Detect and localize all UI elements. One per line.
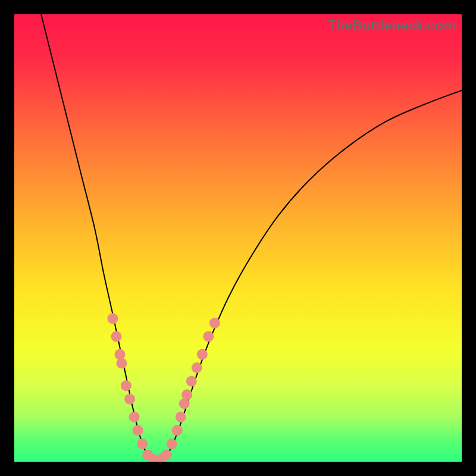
highlight-dot [111,331,121,342]
highlight-dot [114,349,125,360]
highlight-dot [203,331,214,342]
highlight-dot [172,425,183,436]
chart-container: TheBottleneck.com [0,0,476,476]
highlight-dot [176,412,186,422]
highlight-dot [116,358,127,369]
highlight-dot [167,439,177,449]
highlight-dot [161,450,172,461]
highlight-dot [186,376,197,387]
highlight-dot [197,349,208,360]
plot-area: TheBottleneck.com [14,14,462,462]
highlight-dot [209,318,220,328]
bottleneck-curve [41,14,462,461]
highlight-dot [124,394,135,405]
highlight-dot [133,425,143,436]
highlight-dot [129,412,140,422]
highlight-dot [137,439,148,449]
highlight-dot [107,313,118,324]
highlight-dot [192,362,202,373]
highlight-dot [181,389,192,400]
highlight-dot [121,380,131,391]
highlight-dots-group [107,313,220,462]
chart-svg [14,14,462,462]
